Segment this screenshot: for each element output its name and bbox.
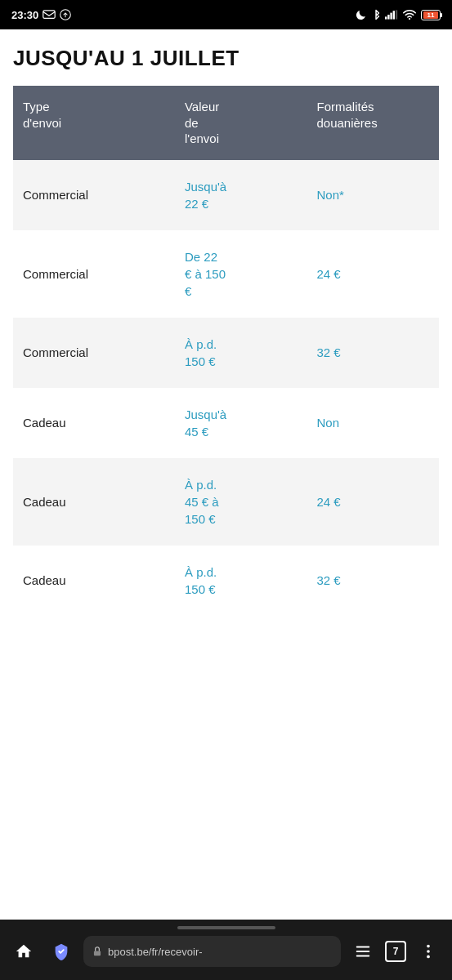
- svg-rect-10: [356, 951, 370, 952]
- col-header-value: Valeurdel'envoi: [175, 86, 307, 160]
- moon-icon: [356, 9, 367, 20]
- address-bar[interactable]: bpost.be/fr/recevoir-: [83, 936, 341, 967]
- cell-formalites: 24 €: [307, 458, 439, 546]
- tab-count-button[interactable]: 7: [385, 941, 406, 962]
- cell-value: De 22 € à 150 €: [175, 230, 307, 318]
- home-button[interactable]: [8, 936, 39, 967]
- table-body: CommercialJusqu'à 22 €Non*CommercialDe 2…: [13, 160, 439, 616]
- cell-formalites: Non: [307, 388, 439, 458]
- cell-value: Jusqu'à 45 €: [175, 388, 307, 458]
- cell-value: À p.d. 150 €: [175, 546, 307, 616]
- table-header: Typed'envoi Valeurdel'envoi Formalitésdo…: [13, 86, 439, 160]
- cell-value: Jusqu'à 22 €: [175, 160, 307, 230]
- tab-count: 7: [393, 946, 399, 957]
- customs-table: Typed'envoi Valeurdel'envoi Formalitésdo…: [13, 86, 439, 616]
- svg-point-13: [427, 950, 430, 953]
- watermark: www.GamerZ.be: [375, 905, 445, 915]
- table-row: CadeauJusqu'à 45 €Non: [13, 388, 439, 458]
- battery-icon: 11: [421, 10, 441, 20]
- svg-rect-9: [356, 947, 370, 948]
- cell-type: Cadeau: [13, 388, 175, 458]
- menu-list-button[interactable]: [347, 936, 378, 967]
- browser-controls: bpost.be/fr/recevoir- 7: [8, 936, 444, 967]
- signal-icon: [385, 10, 398, 20]
- cell-value: À p.d. 150 €: [175, 318, 307, 388]
- cell-formalites: Non*: [307, 160, 439, 230]
- svg-rect-3: [387, 15, 389, 20]
- table-row: CommercialDe 22 € à 150 €24 €: [13, 230, 439, 318]
- svg-rect-0: [43, 11, 55, 19]
- col-header-type: Typed'envoi: [13, 86, 175, 160]
- svg-rect-8: [94, 951, 101, 956]
- cell-type: Cadeau: [13, 458, 175, 546]
- shield-icon: [52, 942, 70, 960]
- table-row: CadeauÀ p.d. 45 € à 150 €24 €: [13, 458, 439, 546]
- status-right: 11: [356, 9, 441, 20]
- browser-bar: bpost.be/fr/recevoir- 7: [0, 920, 452, 980]
- url-display: bpost.be/fr/recevoir-: [108, 946, 333, 958]
- table-row: CommercialÀ p.d. 150 €32 €: [13, 318, 439, 388]
- svg-point-14: [427, 956, 430, 959]
- status-left: 23:30: [11, 9, 71, 21]
- dots-vertical-icon: [419, 942, 437, 960]
- cell-value: À p.d. 45 € à 150 €: [175, 458, 307, 546]
- wifi-icon: [403, 10, 416, 20]
- bluetooth-icon: [372, 9, 380, 20]
- page-content: JUSQU'AU 1 JUILLET Typed'envoi Valeurdel…: [0, 29, 452, 624]
- msg-icon: [43, 10, 56, 20]
- col-header-formalites: Formalitésdouanières: [307, 86, 439, 160]
- more-menu-button[interactable]: [413, 936, 444, 967]
- svg-rect-6: [396, 10, 397, 19]
- cell-type: Commercial: [13, 230, 175, 318]
- lock-icon: [92, 946, 103, 957]
- time-display: 23:30: [11, 9, 38, 21]
- cell-formalites: 32 €: [307, 318, 439, 388]
- table-row: CommercialJusqu'à 22 €Non*: [13, 160, 439, 230]
- cell-type: Commercial: [13, 160, 175, 230]
- upload-icon: [60, 9, 71, 20]
- list-icon: [354, 942, 372, 960]
- cell-formalites: 24 €: [307, 230, 439, 318]
- shield-button[interactable]: [46, 936, 77, 967]
- status-bar: 23:30: [0, 0, 452, 29]
- scroll-bar: [177, 926, 275, 929]
- cell-type: Cadeau: [13, 546, 175, 616]
- svg-rect-4: [390, 13, 392, 20]
- table-row: CadeauÀ p.d. 150 €32 €: [13, 546, 439, 616]
- cell-formalites: 32 €: [307, 546, 439, 616]
- svg-rect-11: [356, 956, 370, 957]
- scroll-indicator: [8, 926, 444, 929]
- page-title: JUSQU'AU 1 JUILLET: [13, 46, 439, 71]
- watermark-site: www.GamerZ.be: [375, 905, 445, 915]
- home-icon: [15, 942, 33, 960]
- svg-rect-2: [385, 16, 387, 19]
- svg-rect-5: [393, 11, 395, 19]
- cell-type: Commercial: [13, 318, 175, 388]
- svg-point-7: [409, 18, 410, 20]
- svg-point-12: [427, 945, 430, 948]
